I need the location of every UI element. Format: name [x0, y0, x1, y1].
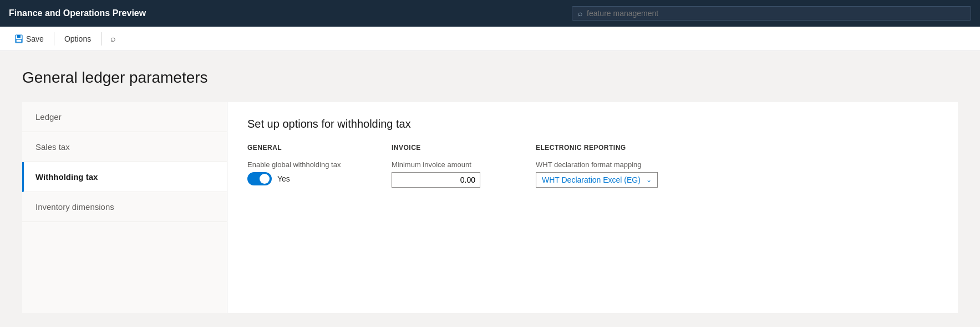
svg-rect-2	[16, 39, 22, 42]
toolbar-divider-2	[101, 32, 101, 46]
section-title: Set up options for withholding tax	[247, 118, 938, 130]
toggle-track	[247, 172, 272, 185]
toggle-row: Yes	[247, 172, 358, 185]
wht-declaration-format-field: WHT declaration format mapping WHT Decla…	[536, 160, 658, 188]
sidebar-item-ledger[interactable]: Ledger	[22, 102, 227, 132]
options-button[interactable]: Options	[59, 31, 97, 47]
min-invoice-amount-label: Minimum invoice amount	[392, 160, 502, 169]
general-section-header: GENERAL	[247, 144, 358, 152]
chevron-down-icon: ⌄	[646, 176, 652, 184]
enable-global-wht-field: Enable global withholding tax Yes	[247, 160, 358, 185]
search-input[interactable]	[587, 9, 965, 18]
wht-declaration-format-label: WHT declaration format mapping	[536, 160, 658, 169]
general-section: GENERAL Enable global withholding tax Ye…	[247, 144, 358, 194]
dropdown-selected-value: WHT Declaration Excel (EG)	[542, 175, 641, 184]
toggle-thumb	[260, 174, 270, 184]
save-icon	[14, 34, 23, 43]
main-layout: Ledger Sales tax Withholding tax Invento…	[22, 102, 958, 313]
save-button[interactable]: Save	[9, 31, 49, 47]
toolbar-search-icon[interactable]: ⌕	[106, 31, 120, 47]
toolbar-divider	[54, 32, 54, 46]
invoice-section-header: INVOICE	[392, 144, 502, 152]
wht-declaration-format-dropdown[interactable]: WHT Declaration Excel (EG) ⌄	[536, 172, 658, 188]
electronic-reporting-header: ELECTRONIC REPORTING	[536, 144, 658, 152]
page-title: General ledger parameters	[22, 69, 958, 87]
sidebar-item-sales-tax[interactable]: Sales tax	[22, 132, 227, 162]
electronic-reporting-section: ELECTRONIC REPORTING WHT declaration for…	[536, 144, 658, 194]
content-area: General ledger parameters Ledger Sales t…	[0, 51, 980, 327]
sidebar-item-inventory-dimensions[interactable]: Inventory dimensions	[22, 192, 227, 222]
search-icon: ⌕	[578, 9, 582, 18]
app-title: Finance and Operations Preview	[9, 8, 146, 18]
toggle-value-label: Yes	[277, 174, 290, 183]
form-sections: GENERAL Enable global withholding tax Ye…	[247, 144, 938, 194]
min-invoice-amount-input[interactable]	[392, 172, 480, 188]
enable-global-wht-toggle[interactable]	[247, 172, 272, 185]
svg-rect-1	[17, 35, 21, 38]
sidebar: Ledger Sales tax Withholding tax Invento…	[22, 102, 227, 313]
min-invoice-amount-field: Minimum invoice amount	[392, 160, 502, 188]
invoice-section: INVOICE Minimum invoice amount	[392, 144, 502, 194]
detail-pane: Set up options for withholding tax GENER…	[227, 102, 958, 313]
top-nav-bar: Finance and Operations Preview ⌕	[0, 0, 980, 27]
sidebar-item-withholding-tax[interactable]: Withholding tax	[22, 162, 227, 192]
enable-global-wht-label: Enable global withholding tax	[247, 160, 358, 169]
global-search-bar[interactable]: ⌕	[572, 6, 971, 21]
toolbar: Save Options ⌕	[0, 27, 980, 51]
